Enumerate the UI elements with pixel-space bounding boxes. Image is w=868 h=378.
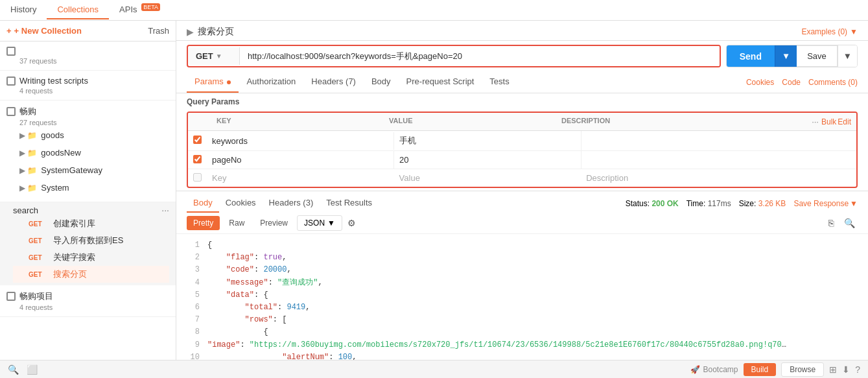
- new-param-value[interactable]: Value: [394, 169, 581, 187]
- param-checkbox-keywords[interactable]: [188, 136, 207, 146]
- new-collection-label: + New Collection: [14, 26, 82, 36]
- col-desc-header: DESCRIPTION: [554, 113, 804, 130]
- send-button[interactable]: Send: [727, 45, 775, 67]
- format-type-select[interactable]: JSON ▼: [297, 215, 342, 231]
- response-tab-headers[interactable]: Headers (3): [263, 194, 320, 213]
- new-checkbox: [193, 173, 202, 182]
- copy-icon[interactable]: ⎘: [826, 215, 836, 231]
- search-collection-header[interactable]: search ···: [13, 205, 169, 215]
- collection-requests: 27 requests: [19, 119, 169, 126]
- collection-name: Writing test scripts: [19, 76, 88, 86]
- collection-header[interactable]: Writing test scripts: [6, 76, 169, 86]
- examples-link[interactable]: Examples (0) ▼: [801, 27, 858, 36]
- send-dropdown-button[interactable]: ▼: [775, 45, 797, 67]
- collection-changgou-project[interactable]: 畅购项目 4 requests: [0, 285, 176, 317]
- param-checkbox-pageno[interactable]: [188, 155, 207, 165]
- collection-header[interactable]: [6, 47, 169, 56]
- param-desc-keywords[interactable]: [581, 137, 856, 145]
- param-row-keywords: keywords 手机: [188, 131, 856, 151]
- search-bottom-icon[interactable]: 🔍: [8, 364, 19, 375]
- response-tab-body[interactable]: Body: [187, 194, 219, 213]
- search-icon[interactable]: 🔍: [841, 215, 858, 231]
- tab-apis[interactable]: APIs BETA: [109, 0, 170, 19]
- param-value-pageno[interactable]: 20: [394, 151, 581, 169]
- json-line-6: 6 "total": 9419,: [187, 301, 858, 314]
- collection-header[interactable]: 畅购项目: [6, 290, 169, 302]
- trash-button[interactable]: Trash: [148, 26, 169, 36]
- comments-link[interactable]: Comments (0): [808, 78, 858, 87]
- param-key-pageno[interactable]: pageNo: [207, 151, 394, 169]
- save-button[interactable]: Save: [797, 45, 838, 67]
- tab-pre-request[interactable]: Pre-request Script: [399, 71, 482, 93]
- browse-button[interactable]: Browse: [781, 362, 824, 377]
- json-line-5: 5 "data": {: [187, 289, 858, 301]
- tab-label: Tests: [489, 77, 509, 86]
- checkbox-keywords[interactable]: [193, 136, 202, 144]
- bootcamp-link[interactable]: 🚀 Bootcamp: [690, 365, 738, 374]
- filter-icon[interactable]: ⚙: [345, 215, 358, 231]
- param-value-keywords[interactable]: 手机: [394, 131, 581, 150]
- endpoint-create-index[interactable]: GET 创建索引库: [13, 215, 169, 232]
- request-header: ▶ 搜索分页 Examples (0) ▼: [176, 21, 868, 41]
- more-options-icon[interactable]: ···: [161, 205, 169, 215]
- format-pretty-button[interactable]: Pretty: [187, 216, 220, 230]
- endpoint-label: 搜索分页: [53, 268, 87, 280]
- folder-icon: ▶ 📁: [19, 166, 37, 175]
- json-line-10: 10 "alertNum": 100,: [187, 351, 858, 360]
- more-icon[interactable]: ···: [812, 117, 819, 126]
- method-select[interactable]: GET ▼: [188, 47, 240, 65]
- param-key-keywords[interactable]: keywords: [207, 132, 394, 150]
- new-param-key[interactable]: Key: [207, 169, 394, 187]
- param-desc-pageno[interactable]: [581, 156, 856, 164]
- new-collection-button[interactable]: + + New Collection: [6, 26, 82, 36]
- collection-header[interactable]: 畅购: [6, 106, 169, 117]
- new-param-desc[interactable]: Description: [581, 169, 856, 187]
- checkbox-pageno[interactable]: [193, 155, 202, 163]
- tab-params[interactable]: Params: [187, 71, 239, 93]
- folder-item-systemgateway[interactable]: ▶ 📁 SystemGateway: [6, 161, 169, 179]
- tab-authorization[interactable]: Authorization: [239, 71, 303, 93]
- chevron-down-icon: ▼: [850, 27, 858, 36]
- folder-item-system[interactable]: ▶ 📁 System: [6, 179, 169, 196]
- arrow-icon: ▶: [187, 27, 194, 37]
- download-icon[interactable]: ⬇: [842, 364, 850, 375]
- folder-item-goodsnew[interactable]: ▶ 📁 goodsNew: [6, 144, 169, 161]
- tab-history[interactable]: History: [0, 1, 47, 19]
- code-link[interactable]: Code: [782, 78, 801, 87]
- examples-label: Examples (0): [801, 27, 847, 36]
- tab-tests[interactable]: Tests: [482, 71, 517, 93]
- cookies-link[interactable]: Cookies: [746, 78, 774, 87]
- collection-item[interactable]: 37 requests: [0, 41, 176, 71]
- beta-badge: BETA: [141, 3, 160, 11]
- save-response-button[interactable]: Save Response ▼: [793, 199, 858, 208]
- endpoint-search-page[interactable]: GET 搜索分页: [13, 266, 169, 283]
- query-params-section: Query Params: [176, 93, 868, 112]
- status-label: Status: 200 OK: [626, 199, 679, 208]
- tab-collections[interactable]: Collections: [47, 1, 109, 19]
- tab-headers[interactable]: Headers (7): [303, 71, 364, 93]
- collection-icon: [6, 292, 16, 301]
- bulk-edit-button[interactable]: Bulk Edit: [821, 117, 851, 126]
- format-preview-button[interactable]: Preview: [253, 216, 294, 230]
- terminal-icon[interactable]: ⬜: [27, 364, 38, 375]
- endpoint-keyword-search[interactable]: GET 关键字搜索: [13, 249, 169, 266]
- response-tab-cookies[interactable]: Cookies: [219, 194, 263, 213]
- endpoint-import-data[interactable]: GET 导入所有数据到ES: [13, 232, 169, 249]
- format-raw-button[interactable]: Raw: [222, 216, 251, 230]
- build-button[interactable]: Build: [744, 363, 777, 376]
- save-dropdown-button[interactable]: ▼: [838, 45, 857, 67]
- help-icon[interactable]: ?: [855, 364, 860, 375]
- layout-icon[interactable]: ⊞: [829, 364, 837, 375]
- tab-body[interactable]: Body: [364, 71, 399, 93]
- chevron-down-icon: ▼: [850, 199, 858, 208]
- search-collection-name: search: [13, 206, 38, 215]
- params-table-header: KEY VALUE DESCRIPTION ··· Bulk Edit: [188, 113, 856, 131]
- url-input[interactable]: [240, 46, 720, 66]
- collection-item[interactable]: Writing test scripts 4 requests: [0, 71, 176, 100]
- collection-changgou[interactable]: 畅购 27 requests ▶ 📁 goods ▶ 📁 goodsNew ▶ …: [0, 100, 176, 202]
- request-title: ▶ 搜索分页: [187, 26, 234, 38]
- endpoint-label: 导入所有数据到ES: [53, 235, 123, 246]
- folder-item-goods[interactable]: ▶ 📁 goods: [6, 126, 169, 144]
- edit-label: Edit: [838, 117, 851, 126]
- response-tab-test-results[interactable]: Test Results: [320, 194, 379, 213]
